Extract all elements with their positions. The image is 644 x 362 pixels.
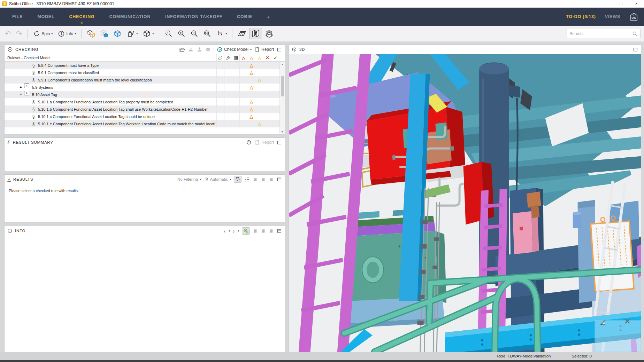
zoom-in-button[interactable]	[175, 28, 187, 39]
checking-rule-row[interactable]: § 5.10.1.b Component Functional Asset Lo…	[5, 105, 279, 113]
column-critical[interactable]: △	[239, 54, 247, 61]
red-equipment-2[interactable]	[463, 162, 494, 225]
scroll-up-icon[interactable]: ▲	[281, 62, 284, 66]
results-tree-view-button[interactable]	[234, 176, 242, 183]
expander-icon[interactable]	[26, 62, 31, 69]
solibri-mark-icon[interactable]	[629, 12, 638, 21]
check-model-button[interactable]: Check Model▾	[217, 47, 252, 53]
zoom-out-button[interactable]	[188, 28, 200, 39]
panel-window-icon	[277, 47, 282, 52]
info-back-button[interactable]: ‹	[224, 228, 225, 234]
results-filter-dropdown[interactable]: No Filtering▾	[177, 177, 201, 181]
basket-icon	[269, 177, 274, 182]
info-back-dropdown[interactable]: ▾	[229, 229, 230, 233]
info-basket-1-button[interactable]	[253, 228, 258, 234]
selection-area[interactable]	[595, 319, 641, 352]
checking-rule-row[interactable]: § 5.10.1.e Component Functional Asset Lo…	[5, 120, 279, 127]
menu-information-takeoff[interactable]: INFORMATION TAKEOFF	[158, 8, 230, 26]
map-view-button[interactable]	[249, 28, 262, 39]
checking-rule-row[interactable]: § 5.9.1 Component's classification must …	[5, 76, 279, 84]
import-ruleset-button[interactable]	[197, 47, 202, 53]
info-panel-menu-button[interactable]	[277, 228, 282, 234]
summary-chart-button[interactable]	[246, 140, 252, 145]
checking-report-button[interactable]: Report	[254, 47, 274, 52]
views-button[interactable]: VIEWS	[605, 14, 620, 19]
3d-panel-menu-button[interactable]	[633, 47, 638, 52]
column-parameters[interactable]	[224, 54, 232, 61]
search-input[interactable]	[569, 31, 632, 36]
layers-button[interactable]	[263, 28, 276, 39]
spin-button[interactable]: Spin▾	[31, 29, 55, 39]
expander-icon[interactable]	[26, 105, 31, 113]
checking-rule-row[interactable]: § 5.10.1.a Component Functional Asset Lo…	[5, 98, 279, 105]
minimize-button[interactable]: –	[598, 0, 613, 7]
expander-icon[interactable]	[26, 76, 31, 84]
results-panel: △ RESULTS No Filtering▾ Automatic▾	[4, 174, 285, 223]
column-accepted[interactable]: ✓	[271, 54, 279, 61]
info-forward-dropdown[interactable]: ▾	[238, 229, 239, 233]
results-panel-menu-button[interactable]	[277, 177, 282, 182]
info-forward-button[interactable]: ›	[233, 228, 235, 234]
expander-icon[interactable]	[26, 69, 31, 76]
checking-scrollbar[interactable]: ▲ ▼	[279, 62, 285, 134]
results-empty-message: Please select a checked rule with result…	[5, 184, 285, 193]
column-rejected[interactable]: ✕	[263, 54, 271, 61]
checking-rule-row[interactable]: ▼ § 5.10 Asset Tag	[5, 91, 279, 98]
summary-panel-menu-button[interactable]	[277, 140, 282, 145]
checking-rule-row[interactable]: § 5.10.1.c Component Functional Asset Lo…	[5, 113, 279, 120]
results-list-view-button[interactable]	[244, 176, 250, 182]
info-mode-button[interactable]: Info▾	[55, 29, 78, 39]
scroll-down-icon[interactable]: ▼	[281, 129, 284, 134]
3d-viewport-scene[interactable]	[289, 54, 641, 352]
checking-rule-row[interactable]: ▶ § 5.9 Systems △	[5, 84, 279, 91]
column-table[interactable]	[232, 54, 239, 61]
menu-model[interactable]: MODEL	[30, 8, 62, 26]
info-basket-2-button[interactable]	[261, 228, 266, 234]
menu-file[interactable]: FILE	[5, 8, 30, 26]
zoom-window-button[interactable]	[201, 28, 213, 39]
expander-icon[interactable]	[26, 120, 31, 127]
expander-icon[interactable]: ▶	[18, 84, 23, 91]
menu-communication[interactable]: COMMUNICATION	[102, 8, 158, 26]
menu-checking[interactable]: CHECKING	[62, 8, 102, 26]
section-plane-button[interactable]	[236, 28, 248, 39]
results-automatic-dropdown[interactable]: Automatic▾	[204, 177, 231, 182]
summary-report-button[interactable]: Report	[254, 140, 274, 145]
scrollbar-thumb[interactable]	[281, 76, 284, 96]
redo-button[interactable]: ↷	[14, 29, 24, 39]
menu-cobie[interactable]: COBIE	[230, 8, 260, 26]
save-ruleset-button[interactable]	[188, 47, 194, 53]
close-button[interactable]: ×	[629, 0, 644, 7]
results-clear-button[interactable]	[269, 177, 274, 182]
info-basket-3-button[interactable]	[269, 228, 274, 234]
checking-rule-row[interactable]: § 5.8.4 Component must have a Type △	[5, 62, 279, 69]
results-accept-button[interactable]	[253, 177, 258, 182]
menu-add-tab[interactable]: +	[260, 8, 278, 26]
expander-icon[interactable]: ▼	[18, 91, 23, 98]
expander-icon[interactable]	[26, 113, 31, 120]
column-attachment[interactable]	[216, 54, 224, 61]
results-reject-button[interactable]	[261, 177, 266, 182]
column-low[interactable]: △	[255, 54, 263, 61]
transparent-component-button[interactable]	[111, 28, 124, 39]
maximize-button[interactable]: □	[613, 0, 629, 7]
checking-panel-menu-button[interactable]	[277, 47, 282, 52]
open-ruleset-button[interactable]	[179, 47, 185, 53]
expander-icon[interactable]	[26, 98, 31, 105]
todo-counter[interactable]: TO-DO (0/13)	[566, 14, 596, 19]
record-button[interactable]	[205, 47, 211, 52]
hierarchy-filter-icon	[235, 176, 240, 182]
view-preset-button[interactable]: ▾	[140, 28, 156, 39]
undo-button[interactable]: ↶	[3, 29, 13, 39]
column-moderate[interactable]: △	[247, 54, 255, 61]
info-settings-button[interactable]	[242, 227, 250, 235]
markup-button[interactable]: ▾	[124, 28, 140, 39]
checking-rule-row[interactable]: § 5.9.1 Component must be classified △	[5, 69, 279, 76]
show-all-components-button[interactable]	[85, 28, 97, 39]
hide-component-button[interactable]	[98, 28, 110, 39]
3d-viewport[interactable]	[289, 54, 641, 352]
select-tool-button[interactable]: ▾	[214, 28, 229, 39]
zoom-selected-button[interactable]	[162, 28, 175, 39]
search-icon[interactable]	[632, 31, 638, 37]
result-critical	[239, 69, 247, 76]
